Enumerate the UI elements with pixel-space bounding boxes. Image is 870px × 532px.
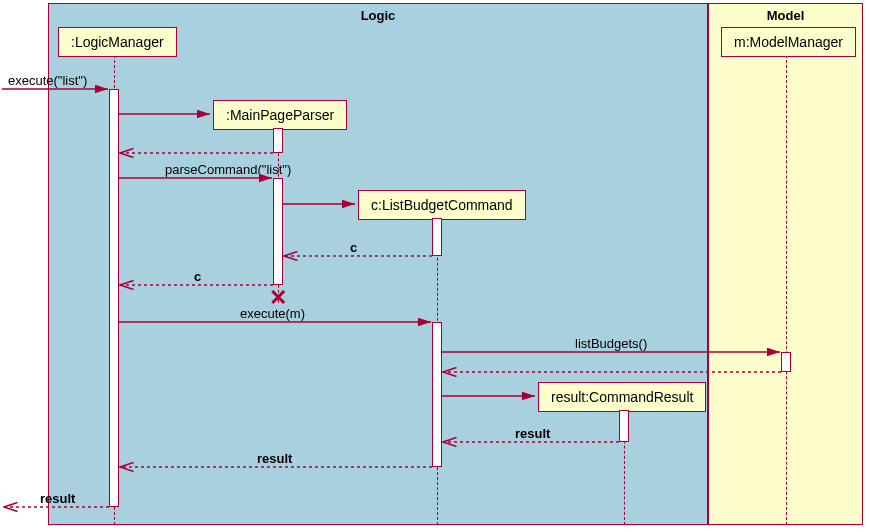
- msg-return-c2: c: [194, 269, 201, 284]
- activation-mpp-parse: [273, 178, 283, 285]
- activation-mm: [781, 352, 791, 372]
- activation-lbc-execute: [432, 322, 442, 467]
- msg-parsecommand: parseCommand("list"): [165, 162, 291, 177]
- msg-return-c1: c: [350, 240, 357, 255]
- region-logic: Logic: [48, 3, 708, 525]
- destroy-icon: ✕: [268, 288, 288, 308]
- region-model-title: Model: [767, 8, 805, 23]
- participant-commandresult: result:CommandResult: [538, 382, 706, 412]
- region-logic-title: Logic: [361, 8, 396, 23]
- activation-mpp-create: [273, 128, 283, 153]
- msg-return-result3: result: [40, 491, 75, 506]
- participant-listbudgetcommand: c:ListBudgetCommand: [358, 190, 526, 220]
- activation-cr: [619, 410, 629, 442]
- participant-modelmanager: m:ModelManager: [721, 27, 856, 57]
- msg-listbudgets: listBudgets(): [575, 336, 647, 351]
- participant-mainpageparser: :MainPageParser: [213, 100, 347, 130]
- msg-return-result2: result: [257, 451, 292, 466]
- msg-return-result1: result: [515, 426, 550, 441]
- msg-execute-list: execute("list"): [8, 73, 87, 88]
- activation-logicmanager: [109, 89, 119, 507]
- lifeline-modelmanager: [786, 55, 787, 525]
- activation-lbc-create: [432, 218, 442, 256]
- msg-executem: execute(m): [240, 306, 305, 321]
- participant-logicmanager: :LogicManager: [58, 27, 177, 57]
